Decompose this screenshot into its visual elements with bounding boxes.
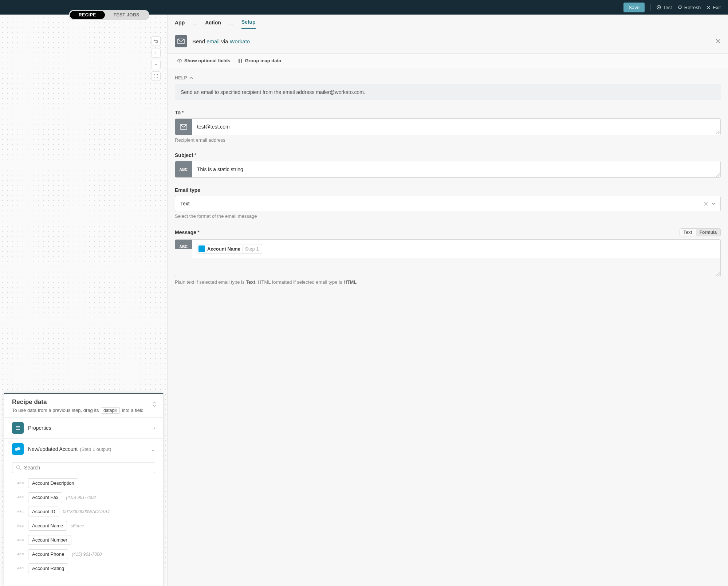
help-section: HELP Send an email to specified recipien…: [175, 75, 721, 100]
form-area: HELP Send an email to specified recipien…: [168, 68, 728, 292]
salesforce-icon: [12, 443, 24, 455]
resize-handle[interactable]: [716, 130, 720, 134]
help-text: Send an email to specified recipient fro…: [175, 84, 721, 100]
arrow-icon: →: [228, 21, 234, 27]
datapill-row: ABC Account Rating: [4, 561, 163, 575]
chevron-up-icon: [189, 77, 193, 79]
datapill-row: ABC Account Fax (415) 901-7002: [4, 490, 163, 504]
crumb-setup[interactable]: Setup: [241, 19, 256, 29]
datapill-row: ABC Account Phone (415) 901-7000: [4, 547, 163, 561]
svg-point-3: [17, 447, 20, 450]
test-button[interactable]: Test: [657, 5, 672, 10]
message-input[interactable]: ABC Account Name Step 1: [175, 239, 721, 277]
datapill-row: ABC Account ID 0013i000003WACCAA4: [4, 504, 163, 519]
search-icon: [16, 465, 21, 470]
field-hint: Plain text if selected email type is Tex…: [175, 279, 721, 285]
datapill[interactable]: Account ID: [28, 507, 59, 516]
canvas-controls: + −: [151, 36, 161, 81]
save-button[interactable]: Save: [623, 3, 645, 12]
crumb-action[interactable]: Action: [205, 20, 221, 28]
close-icon: [707, 5, 711, 9]
datapill[interactable]: Account Name: [28, 521, 67, 531]
search-input[interactable]: [24, 465, 151, 471]
show-optional-fields[interactable]: Show optional fields: [177, 58, 230, 63]
field-message: Message* Text Formula ABC Account Name S…: [175, 228, 721, 285]
recipe-data-subtitle: To use data from a previous step, drag i…: [12, 407, 155, 414]
toggle-formula[interactable]: Formula: [696, 229, 720, 236]
field-hint: Recipient email address: [175, 137, 721, 143]
config-breadcrumbs: App → Action → Setup: [168, 15, 728, 29]
tab-test-jobs[interactable]: TEST JOBS: [105, 11, 148, 19]
group-map-data[interactable]: Group map data: [238, 58, 281, 63]
search-box[interactable]: [12, 462, 155, 473]
subject-input[interactable]: ABC This is a static string: [175, 161, 721, 178]
datapill[interactable]: Account Fax: [28, 492, 62, 502]
datapill-row: ABC Account Name sForce: [4, 519, 163, 533]
target-icon: [657, 5, 661, 9]
help-toggle[interactable]: HELP: [175, 75, 721, 80]
resize-handle[interactable]: [716, 272, 720, 276]
field-hint: Select the format of the email message: [175, 213, 721, 219]
eye-icon: [177, 59, 182, 63]
options-bar: Show optional fields Group map data: [168, 54, 728, 68]
svg-point-1: [658, 7, 660, 8]
text-type-icon: ABC: [175, 240, 192, 249]
fit-button[interactable]: [151, 71, 161, 81]
datapill[interactable]: Account Phone: [28, 549, 68, 559]
refresh-icon: [678, 5, 682, 9]
config-pane: App → Action → Setup Send email via Work…: [168, 15, 728, 586]
dropdown-icon[interactable]: [712, 202, 715, 205]
recipe-data-body: Properties › New/updated Account (Step 1…: [4, 418, 163, 586]
zoom-out-button[interactable]: −: [151, 60, 161, 69]
datapill-badge: datapill: [101, 407, 120, 414]
datapill[interactable]: Account Description: [28, 478, 78, 488]
field-to: To* test@test.com Recipient email addres…: [175, 110, 721, 143]
recipe-data-panel: Recipe data To use data from a previous …: [4, 393, 164, 586]
svg-point-4: [17, 466, 20, 469]
arrow-icon: →: [192, 21, 198, 27]
chevron-right-icon: ›: [153, 425, 155, 431]
svg-rect-8: [241, 59, 242, 63]
text-formula-toggle: Text Formula: [680, 228, 721, 236]
envelope-icon: [175, 119, 192, 135]
salesforce-icon: [198, 245, 205, 252]
clear-icon[interactable]: [704, 202, 708, 206]
columns-icon: [238, 59, 243, 63]
resize-handle[interactable]: [716, 173, 720, 177]
refresh-button[interactable]: Refresh: [678, 5, 701, 10]
field-label: Message* Text Formula: [175, 228, 721, 236]
field-label: Email type: [175, 187, 721, 193]
zoom-in-button[interactable]: +: [151, 48, 161, 58]
chevron-down-icon: ⌄: [150, 446, 155, 453]
to-input[interactable]: test@test.com: [175, 118, 721, 135]
datapill[interactable]: Account Number: [28, 535, 71, 545]
toggle-text[interactable]: Text: [680, 229, 696, 236]
action-title: Send email via Workato: [192, 38, 250, 44]
view-tabs: RECIPE TEST JOBS: [69, 10, 149, 20]
expand-collapse-icon[interactable]: [152, 401, 157, 407]
tab-recipe[interactable]: RECIPE: [70, 11, 105, 19]
properties-item[interactable]: Properties ›: [4, 418, 163, 438]
field-email-type: Email type Text Select the format of the…: [175, 187, 721, 219]
svg-point-6: [179, 60, 180, 61]
field-label: Subject*: [175, 152, 721, 158]
recipe-data-title: Recipe data: [12, 398, 155, 406]
email-icon: [175, 35, 187, 47]
crumb-app[interactable]: App: [175, 20, 185, 28]
properties-icon: [12, 422, 24, 434]
undo-button[interactable]: [151, 36, 161, 46]
action-header: Send email via Workato: [168, 29, 728, 54]
datapill[interactable]: Account Rating: [28, 563, 68, 573]
exit-button[interactable]: Exit: [707, 5, 721, 10]
email-type-select[interactable]: Text: [175, 196, 721, 211]
separator: [650, 4, 651, 11]
datapill-row: ABC Account Number: [4, 533, 163, 547]
close-panel-button[interactable]: [716, 39, 721, 44]
text-type-icon: ABC: [175, 161, 192, 177]
svg-rect-7: [239, 59, 240, 63]
canvas-pane: + − Recipe data To use data from a previ…: [0, 15, 168, 586]
field-label: To*: [175, 110, 721, 115]
datapill-chip[interactable]: Account Name Step 1: [197, 244, 262, 253]
step-output-item[interactable]: New/updated Account (Step 1 output) ⌄: [4, 438, 163, 459]
field-subject: Subject* ABC This is a static string: [175, 152, 721, 178]
